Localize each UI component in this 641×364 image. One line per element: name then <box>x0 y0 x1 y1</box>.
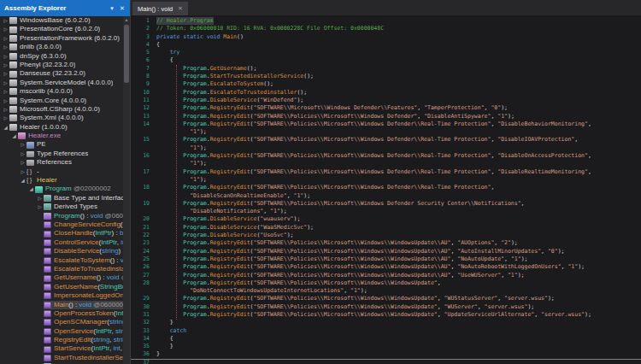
code-text: } <box>156 350 160 358</box>
expander-collapsed-icon[interactable]: ▷ <box>2 61 9 69</box>
expander-collapsed-icon[interactable]: ▷ <box>2 105 9 114</box>
tree-item[interactable]: ▷dnlib (3.6.0.0) <box>0 43 124 51</box>
expander-collapsed-icon[interactable]: ▷ <box>36 194 44 203</box>
tree-item[interactable]: ▷Type References <box>0 150 124 158</box>
code-line: 3private static void Main() <box>131 33 641 41</box>
expander-expanded-icon[interactable]: ◢ <box>2 123 9 132</box>
tree-item[interactable]: StartTrustedinstallerService() <box>0 354 124 362</box>
tree-item[interactable]: EscalateToTrustedinstaller() <box>0 265 124 273</box>
line-number: 13 <box>131 113 156 120</box>
tree-item[interactable]: ▷Danseuse (32.23.2.0) <box>0 69 124 78</box>
code-text: Program.StartTrustedinstallerService(); <box>156 73 314 80</box>
code-text: Program.EscalateToSystem(); <box>156 80 273 88</box>
expander-collapsed-icon[interactable]: ▷ <box>2 69 9 78</box>
tree-item[interactable]: ▷Microsoft.CSharp (4.0.0.0) <box>0 105 124 114</box>
dnspy-window: Assembly Explorer ▾ ✕ ▷WindowsBase (6.0.… <box>0 0 641 364</box>
code-editor[interactable]: 1// Healer.Program2// Token: 0x06000010 … <box>131 15 641 364</box>
panel-close-button[interactable]: ✕ <box>117 5 127 12</box>
tree-item[interactable]: ▷System.Xml (4.0.0.0) <box>0 114 124 122</box>
expander-collapsed-icon[interactable]: ▷ <box>19 140 26 149</box>
tree-item[interactable]: DisableService(string) : void <box>0 247 124 255</box>
tree-item[interactable]: ▷Phenyl (32.23.2.0) <box>0 61 124 69</box>
code-line: "DoNotConnectToWindowsUpdateInternetLoca… <box>131 287 641 295</box>
line-number: 16 <box>131 152 156 160</box>
tree-item[interactable]: ▷PE <box>0 140 124 149</box>
method-icon <box>44 346 51 353</box>
expander-collapsed-icon[interactable]: ▷ <box>2 43 9 51</box>
tree-item[interactable]: ▷PresentationFramework (6.0.2.0) <box>0 34 124 43</box>
expander-collapsed-icon[interactable]: ▷ <box>2 25 9 33</box>
tree-item[interactable]: ▷Derived Types <box>0 203 124 211</box>
tree-item[interactable]: ◢Healer.exe <box>0 132 124 140</box>
tree-item[interactable]: CloseHandle(IntPtr) : bool <box>0 229 124 238</box>
expander-collapsed-icon[interactable]: ▷ <box>2 114 9 122</box>
tree-item[interactable]: ▷Base Type and Interfaces <box>0 194 124 203</box>
tree-item[interactable]: ▷dnSpy (6.3.0.0) <box>0 52 124 61</box>
code-text-selected: // Healer.Program <box>156 17 214 25</box>
assembly-icon <box>9 62 17 68</box>
tree-item[interactable]: ◢Program @02000002 <box>0 185 124 193</box>
tab-close-icon[interactable]: ✕ <box>178 5 182 12</box>
line-number: 21 <box>131 224 156 232</box>
expander-expanded-icon[interactable]: ◢ <box>19 176 26 185</box>
code-text: Program.RegistryEdit("SOFTWARE\\Policies… <box>156 120 591 128</box>
expander-collapsed-icon[interactable]: ▷ <box>2 87 9 96</box>
expander-collapsed-icon[interactable]: ▷ <box>2 97 9 105</box>
tree-item[interactable]: Main() : void @06000010 <box>0 301 124 309</box>
expander-collapsed-icon[interactable]: ▷ <box>19 158 26 167</box>
tree-item-label: Program @02000002 <box>45 185 111 193</box>
tree-item[interactable]: ▷mscorlib (4.0.0.0) <box>0 87 124 96</box>
tree-item[interactable]: EscalateToSystem() : void <box>0 256 124 265</box>
expander-collapsed-icon[interactable]: ▷ <box>2 79 9 87</box>
scroll-up-icon[interactable]: ▴ <box>123 16 130 24</box>
tree-item-label: dnlib (3.6.0.0) <box>20 43 62 51</box>
tree-item-content: OpenService(IntPtr, string) <box>44 327 124 336</box>
expander-collapsed-icon[interactable]: ▷ <box>36 203 44 211</box>
tree-item-content: GetUsername() : void @0600000 <box>44 273 124 282</box>
assembly-explorer-panel: Assembly Explorer ▾ ✕ ▷WindowsBase (6.0.… <box>0 0 131 364</box>
tree-item-label: OpenSCManager(string, string) <box>54 318 124 326</box>
tab-main-void[interactable]: Main() : void ✕ <box>132 2 188 15</box>
tree-item[interactable]: ◢{ }Healer <box>0 176 124 185</box>
method-icon <box>44 292 51 299</box>
expander-expanded-icon[interactable]: ◢ <box>10 132 18 140</box>
tree-item-content: Type References <box>26 150 124 158</box>
expander-collapsed-icon[interactable]: ▷ <box>19 167 26 176</box>
code-line: 26 Program.RegistryEdit("SOFTWARE\\Polic… <box>131 263 641 271</box>
tree-item[interactable]: OpenService(IntPtr, string) <box>0 327 124 336</box>
tree-item[interactable]: ▷System.Core (4.0.0.0) <box>0 97 124 105</box>
tree-item[interactable]: GetUsername() : void @0600000 <box>0 273 124 282</box>
tree-item[interactable]: ▷WindowsBase (6.0.2.0) <box>0 16 124 25</box>
tree-item[interactable]: ▷System.ServiceModel (4.0.0.0) <box>0 79 124 87</box>
tree-item[interactable]: OpenProcessToken(IntPtr, int) <box>0 309 124 318</box>
tree-item[interactable]: OpenSCManager(string, string) <box>0 318 124 326</box>
code-line: 30 Program.RegistryEdit("SOFTWARE\\Polic… <box>131 303 641 311</box>
code-text: catch <box>156 327 186 335</box>
tree-item[interactable]: ◢Healer (1.0.0.0) <box>0 123 124 132</box>
panel-menu-button[interactable]: ▾ <box>107 5 117 12</box>
sidebar-scrollbar[interactable]: ▴ <box>123 16 130 364</box>
tree-item[interactable]: ChangeServiceConfig(IntPtr, int, int) <box>0 220 124 229</box>
tree-item[interactable]: RegistryEdit(string, string, string) <box>0 336 124 344</box>
expander-collapsed-icon[interactable]: ▷ <box>19 150 26 158</box>
tree-item[interactable]: GetUserName(StringBuilder, int) <box>0 283 124 291</box>
tree-item[interactable]: StartService(IntPtr, int, string) <box>0 344 124 353</box>
assembly-icon <box>9 71 17 78</box>
tree-item[interactable]: Program() : void @06000001 <box>0 212 124 220</box>
expander-collapsed-icon[interactable]: ▷ <box>2 16 9 25</box>
tree-item[interactable]: ▷PresentationCore (6.0.2.0) <box>0 25 124 33</box>
tree-item-content: OpenProcessToken(IntPtr, int) <box>44 309 124 318</box>
tree-item[interactable]: ▷{ }- <box>0 167 124 176</box>
expander-collapsed-icon[interactable]: ▷ <box>2 52 9 61</box>
tree-item-label: Derived Types <box>54 203 97 211</box>
method-icon <box>44 231 51 238</box>
tree-item[interactable]: ImpersonateLoggedOnUser(IntPtr) <box>0 291 124 300</box>
tree-item[interactable]: ▷References <box>0 158 124 167</box>
scrollbar-thumb[interactable] <box>124 25 129 83</box>
tree-item-content: DisableService(string) : void <box>44 247 124 255</box>
expander-collapsed-icon[interactable]: ▷ <box>2 34 9 43</box>
code-line: 11 Program.DisableService("WinDefend"); <box>131 97 641 104</box>
tab-strip: Main() : void ✕ <box>131 0 641 15</box>
expander-expanded-icon[interactable]: ◢ <box>27 185 35 193</box>
tree-item[interactable]: ControlService(IntPtr, int) <box>0 238 124 247</box>
